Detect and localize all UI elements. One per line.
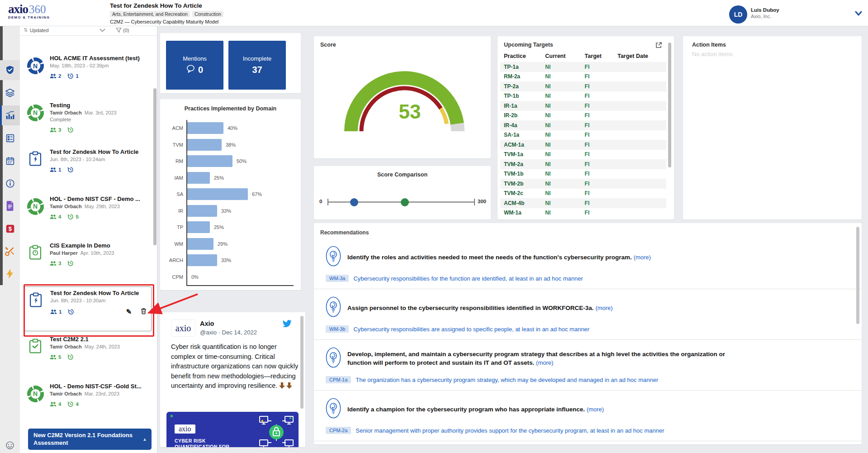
assessment-list-item[interactable]: Test C2M2 2.1 Tamir OrbachMay. 24th, 202… [24,333,152,378]
targets-table-row[interactable]: TVM-1a NI FI [500,150,666,160]
current-cell: NI [541,159,581,169]
targets-table-row[interactable]: TP-1b NI FI [500,91,666,101]
sidebar-item-bolt-icon[interactable] [0,264,20,284]
targets-table-row[interactable]: ACM-1a NI FI [500,140,666,150]
practice-description[interactable]: Cybersecurity responsibilities for the f… [353,275,583,282]
assessment-list-item[interactable]: N HOL - Demo NIST CSF - Demo ... Tamir O… [24,193,152,238]
score-comparison-panel: Score Comparison 0 300 [314,166,491,219]
sidebar-item-tools-icon[interactable] [0,241,20,261]
score-comparison-title: Score Comparison [314,172,491,178]
sidebar-item-bar-chart-icon[interactable] [0,105,20,125]
tweet-author[interactable]: Axio [200,320,214,327]
targets-table-row[interactable]: TVM-2a NI FI [500,159,666,169]
sort-chevron-icon[interactable] [100,28,105,33]
current-score-marker[interactable] [350,198,358,206]
recommendations-scrollbar[interactable] [856,227,859,324]
assessment-counts: 1 ✎ [50,308,149,316]
more-link[interactable]: (more) [536,359,553,366]
bar[interactable] [187,254,217,266]
bar[interactable] [187,221,210,233]
sidebar-item-shield-check-icon[interactable] [0,60,20,80]
user-menu-chevron-icon[interactable] [855,10,862,18]
bar[interactable] [187,188,248,200]
sidebar-item-calendar-icon[interactable] [0,151,20,171]
filter-icon[interactable] [116,28,122,34]
practice-description[interactable]: Senior management with proper authority … [356,427,664,434]
incomplete-card[interactable]: Incomplete 37 [228,41,286,90]
practice-cell: TP-1a [500,62,541,72]
sidebar-item-layers-icon[interactable] [0,83,20,103]
external-link-icon[interactable] [655,42,662,50]
mentions-value: 0 [198,65,203,75]
tweet-meta[interactable]: @axio · Dec 14, 2022 [200,329,257,336]
assessment-type-icon [26,148,44,191]
tweet-scrollbar[interactable] [300,316,304,409]
assessment-list-item[interactable]: N HOL - Demo NIST-CSF -Gold St... Tamir … [24,380,152,425]
sidebar-item-checklist-icon[interactable] [0,128,20,148]
axio360-logo[interactable]: axio360 DEMO & TRAINING [8,3,50,19]
bar[interactable] [187,205,217,217]
list-scrollbar[interactable] [153,88,157,245]
assessment-list-item[interactable]: CIS Example In Demo Paul HarperApr. 10th… [24,239,152,284]
sidebar-item-dollar-icon[interactable]: $ [0,219,20,238]
targets-table-row[interactable]: TVM-2c NI FI [500,189,666,199]
mentions-card[interactable]: Mentions 0 [166,41,223,90]
assessment-subtitle: Tamir OrbachMay. 29th, 2023 [50,204,150,209]
versions-count: 5 [67,214,78,220]
more-link[interactable]: (more) [587,406,604,413]
assessment-status: Complete [50,117,150,122]
target-score-marker[interactable] [401,198,409,206]
filter-count: (0) [123,28,129,33]
targets-table-row[interactable]: IR-1a NI FI [500,101,666,111]
sidebar-item-document-icon[interactable] [0,196,20,216]
practice-description[interactable]: The organization has a cybersecurity pro… [356,377,658,383]
targets-column-header: Practice [500,52,541,62]
targets-scrollbar[interactable] [668,43,671,167]
target-cell: FI [581,91,614,101]
sort-arrows-icon[interactable]: ⇅ [24,27,28,33]
twitter-bird-icon[interactable] [282,319,292,329]
bar[interactable] [187,172,210,184]
assessment-list-item[interactable]: Test for Zendesk How To Article Jun. 8th… [24,286,152,331]
slider-track[interactable] [327,201,475,203]
sidebar-item-info-icon[interactable] [0,173,20,193]
targets-table-row[interactable]: TP-2a NI FI [500,81,666,91]
bar[interactable] [187,155,232,167]
targets-table-row[interactable]: IR-4a NI FI [500,120,666,130]
sort-field-label[interactable]: Updated [30,28,49,33]
practice-description[interactable]: Cybersecurity responsibilities are assig… [353,326,589,333]
lightbulb-icon [326,347,341,370]
targets-table-row[interactable]: TVM-2b NI FI [500,179,666,189]
targets-table-row[interactable]: IR-2b NI FI [500,111,666,121]
assessment-list-item[interactable]: N HOL ACME IT Assessment (test) May. 18t… [24,52,152,97]
targets-table-row[interactable]: WM-1a NI FI [500,208,666,218]
assessment-list-item[interactable]: Test for Zendesk How To Article Jun. 8th… [24,146,152,191]
bar-category-label: TVM [160,142,186,148]
new-assessment-button[interactable]: New C2M2 Version 2.1 Foundations Assessm… [28,429,152,450]
practice-cell: IR-4a [500,120,541,130]
tweet-media-image[interactable]: ✦ axio CYBER RISKQUANTIFICATION FOR [166,412,299,447]
assessment-list-item[interactable]: N Testing Tamir OrbachMar. 3rd, 2023 Com… [24,99,152,144]
targets-table-row[interactable]: SA-1a NI FI [500,130,666,140]
target-cell: FI [581,72,614,82]
bar[interactable] [187,238,213,250]
media-axio-badge: axio [175,424,195,434]
more-link[interactable]: (more) [634,254,651,261]
bar-row: ACM 40% [160,120,301,137]
edit-icon[interactable]: ✎ [126,308,132,316]
delete-icon[interactable] [141,308,147,315]
targets-table-row[interactable]: TP-1a NI FI [500,62,666,72]
avatar[interactable]: LD [729,5,747,24]
bar[interactable] [187,122,223,134]
targets-table-row[interactable]: TVM-1b NI FI [500,169,666,179]
bar[interactable] [187,139,222,151]
sidebar-item-smiley-icon[interactable] [0,435,20,453]
bar-row: ARCH 33% [160,252,301,269]
targets-table-row[interactable]: RM-2a NI FI [500,72,666,82]
target-cell: FI [581,130,614,140]
targets-table-row[interactable]: ACM-4b NI FI [500,198,666,208]
collapse-caret-icon[interactable]: ▲ [142,436,147,442]
more-link[interactable]: (more) [595,305,612,311]
assessment-header: Test for Zendesk How To Article Arts, En… [110,2,223,24]
practice-cell: TVM-2b [500,179,541,189]
